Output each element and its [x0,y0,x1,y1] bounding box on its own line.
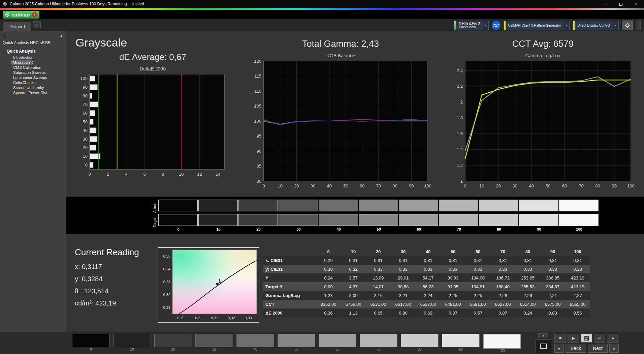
sidebar-collapse-button[interactable]: ◀ [58,34,64,38]
table-cell: 0,29 [316,258,341,263]
patch-column-label: 40 [319,227,359,231]
svg-text:4: 4 [125,172,128,177]
patch-column-label: 70 [439,227,479,231]
pattern-level-40[interactable]: 40 [236,334,274,353]
maximize-button[interactable] [613,0,629,8]
svg-text:0,33: 0,33 [245,316,252,320]
svg-text:30: 30 [310,183,315,188]
table-row-label: Y [263,275,316,281]
svg-text:80: 80 [256,179,261,184]
pattern-level-60[interactable]: 60 [319,334,356,353]
pattern-level-buttons: 0102030405060708090100 [72,334,521,353]
table-cell: 0,31 [565,258,590,263]
pattern-level-label: 90 [459,348,462,351]
meter-selector[interactable]: X-Rite i1Pro 3 Direct View ▼ [454,21,488,30]
pattern-level-0[interactable]: 0 [72,334,110,353]
minimize-icon [604,4,607,4]
table-cell: 2,25 [465,293,490,298]
sidebar-item-grayscale[interactable]: Grayscale [11,60,32,65]
table-cell: 423,19 [565,284,590,289]
gray-patch-70 [439,214,478,226]
sidebar-item-screen-uniformity[interactable]: Screen Uniformity [11,85,45,90]
cie-diagram-panel: 0,290,30,310,320,330,310,320,330,340,35 [158,247,259,323]
table-column-header: 30 [391,249,416,254]
sidebar-item-luminance-sweeps[interactable]: Luminance Sweeps [11,75,49,80]
sidebar-item-saturation-sweeps[interactable]: Saturation Sweeps [11,70,47,75]
close-button[interactable]: × [629,0,644,8]
table-cell: 186,72 [490,275,515,281]
workflow-root[interactable]: Quick Analysis [0,49,66,55]
sidebar-item-spectral-power-dist-[interactable]: Spectral Power Dist. [11,90,50,95]
table-cell: 0,33 [465,267,490,272]
sidebar-item-introduction[interactable]: Introduction [11,55,35,60]
stop-button[interactable]: ■ [554,334,566,343]
minimize-button[interactable] [598,0,613,8]
jump-back-button[interactable]: « [554,344,564,353]
tab-history-1[interactable]: History 1 [3,22,31,31]
play-button[interactable]: ▶ [568,334,579,343]
svg-text:0,3: 0,3 [195,316,200,320]
settings-button[interactable] [622,21,633,30]
sidebar-item-colorchecker[interactable]: ColorChecker [11,80,38,85]
display-control-selector[interactable]: Direct Display Control ▼ [573,21,619,30]
pattern-level-20[interactable]: 20 [154,334,192,353]
table-cell: 0,33 [540,267,565,272]
svg-text:105: 105 [254,104,261,109]
patch-row-label: Target [153,217,157,229]
expand-up-button[interactable]: ▲ [538,333,548,338]
table-column-header: 40 [416,249,441,254]
next-button[interactable]: Next [588,344,608,353]
pattern-level-50[interactable]: 50 [278,334,315,353]
svg-text:70: 70 [83,102,88,107]
svg-text:20: 20 [83,145,88,150]
table-cell: 2,09 [341,293,366,298]
pattern-level-label: 50 [294,348,298,351]
maximize-icon [619,3,622,6]
table-cell: 0,56 [565,311,590,316]
table-cell: 0,33 [565,267,590,272]
gray-patch-0 [158,214,198,226]
gear-icon [625,23,630,28]
table-cell: 0,37 [441,311,465,316]
pattern-level-30[interactable]: 30 [195,334,233,353]
pattern-level-label: 20 [171,348,175,351]
pattern-level-70[interactable]: 70 [360,334,397,353]
record-button[interactable]: ● [607,334,618,343]
transport-controls: ▲ ■ ▶ ∞ ● [536,333,619,353]
svg-text:1,2: 1,2 [457,163,463,168]
pattern-level-100[interactable]: 100 [483,334,521,353]
meter-count-badge[interactable]: 717 [492,21,501,30]
workflow-home-button[interactable] [2,33,8,39]
main-panel: Grayscale dE Average: 0,67 DeltaE 2000 0… [66,31,644,332]
pattern-window-button[interactable] [536,340,551,353]
table-cell: 56,23 [416,284,441,289]
gray-patch-80 [479,214,518,226]
pattern-level-swatch [195,334,233,347]
table-cell: 0,33 [366,267,391,272]
rgb-balance-chart: 0102030405060708090100808590951001051101… [249,58,432,190]
pattern-level-10[interactable]: 10 [113,334,151,353]
pattern-level-80[interactable]: 80 [401,334,439,353]
pattern-level-90[interactable]: 90 [442,334,480,353]
table-cell: 91,35 [441,284,465,289]
total-gamma-readout: Total Gamma: 2,43 [302,39,379,49]
add-tab-button[interactable]: + [33,21,41,28]
jump-next-button[interactable]: » [609,344,619,353]
table-cell: 0,57 [465,311,490,316]
sidebar-item-cms-calibration[interactable]: CMS Calibration [11,65,43,70]
save-button[interactable] [581,334,592,343]
table-cell: 30,58 [391,284,416,289]
overflow-button[interactable] [636,21,641,30]
table-cell: 29,01 [391,275,416,281]
svg-text:70: 70 [376,183,381,188]
table-column-header: 90 [540,249,565,254]
svg-text:0,32: 0,32 [228,316,235,320]
pattern-level-label: 10 [130,348,134,351]
pattern-generator-selector[interactable]: CalMAN Client 3 Pattern Generator ▼ [504,21,570,30]
calman-menu-button[interactable]: calman ▼ [3,11,39,19]
continuous-read-button[interactable]: ∞ [594,334,605,343]
record-icon: ● [612,336,614,341]
table-cell: 2,29 [515,293,540,298]
back-button[interactable]: Back [566,344,586,353]
pattern-level-swatch [236,334,274,347]
